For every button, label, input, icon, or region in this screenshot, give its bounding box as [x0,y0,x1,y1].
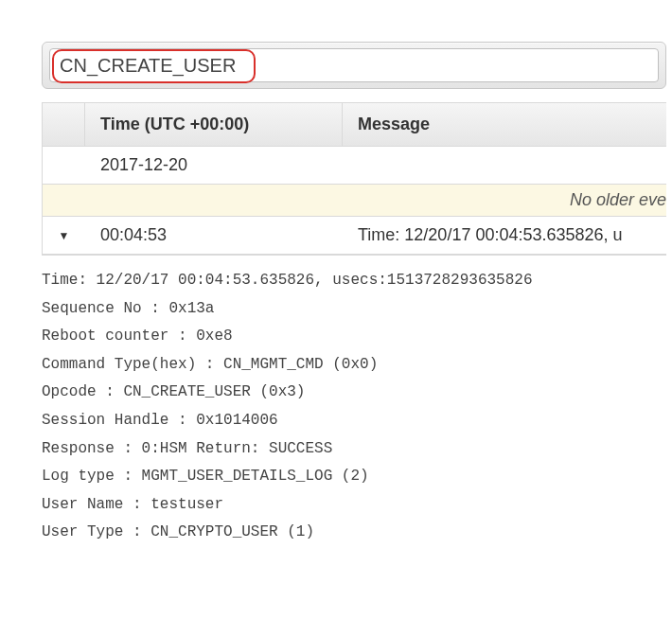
older-notice-text: No older eve [43,185,666,216]
expand-header [43,103,85,146]
detail-user-name: User Name : testuser [42,491,672,520]
no-older-events-notice: No older eve [43,185,666,217]
detail-sequence: Sequence No : 0x13a [42,295,672,324]
detail-session-handle: Session Handle : 0x1014006 [42,407,672,435]
event-time: 00:04:53 [85,217,343,254]
events-table: Time (UTC +00:00) Message 2017-12-20 No … [42,102,666,256]
message-header[interactable]: Message [343,103,666,146]
search-input[interactable] [49,48,659,82]
caret-down-icon[interactable]: ▼ [59,229,70,242]
event-row[interactable]: ▼ 00:04:53 Time: 12/20/17 00:04:53.63582… [43,217,666,255]
date-group-row: 2017-12-20 [43,147,666,185]
event-details: Time: 12/20/17 00:04:53.635826, usecs:15… [42,256,672,547]
table-header: Time (UTC +00:00) Message [43,103,666,147]
detail-log-type: Log type : MGMT_USER_DETAILS_LOG (2) [42,463,672,491]
event-message-preview: Time: 12/20/17 00:04:53.635826, u [343,217,666,254]
detail-command-type: Command Type(hex) : CN_MGMT_CMD (0x0) [42,351,672,380]
time-header[interactable]: Time (UTC +00:00) [85,103,343,146]
detail-opcode: Opcode : CN_CREATE_USER (0x3) [42,379,672,407]
detail-user-type: User Type : CN_CRYPTO_USER (1) [42,519,672,547]
date-group-label: 2017-12-20 [85,147,343,184]
detail-time: Time: 12/20/17 00:04:53.635826, usecs:15… [42,267,672,295]
detail-reboot-counter: Reboot counter : 0xe8 [42,323,672,351]
search-bar [42,42,666,89]
detail-response: Response : 0:HSM Return: SUCCESS [42,435,672,464]
